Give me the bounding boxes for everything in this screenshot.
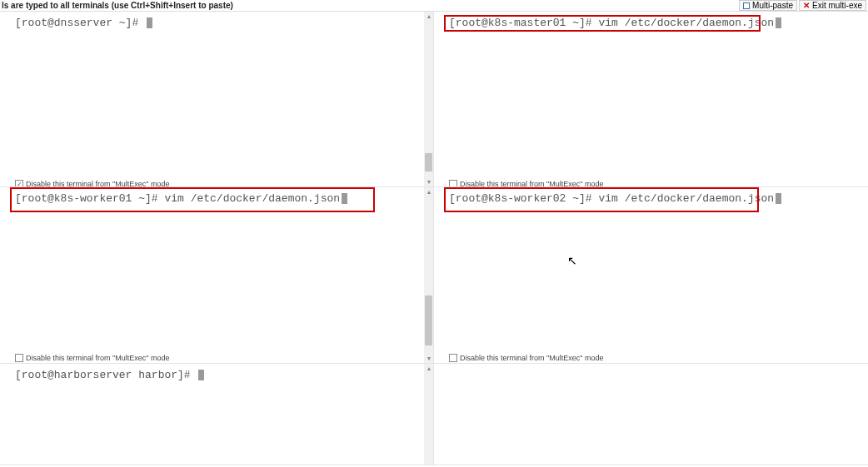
- exit-multi-exec-button[interactable]: ✕ Exit multi-exe: [799, 0, 866, 11]
- prompt-text: [root@harborserver harbor]#: [15, 369, 197, 381]
- disable-terminal-checkbox-row[interactable]: ✓ Disable this terminal from "MultExec" …: [15, 180, 169, 187]
- highlight-box: [444, 187, 759, 212]
- top-info-bar: ls are typed to all terminals (use Ctrl+…: [0, 0, 868, 12]
- scroll-up-icon[interactable]: ▴: [424, 12, 433, 21]
- multi-paste-button[interactable]: Multi-paste: [739, 0, 797, 11]
- terminal-pane-empty: [434, 364, 868, 465]
- disable-label: Disable this terminal from "MultExec" mo…: [26, 180, 169, 187]
- disable-label: Disable this terminal from "MultExec" mo…: [460, 180, 603, 187]
- scroll-up-icon[interactable]: ▴: [424, 364, 433, 373]
- prompt-text: [root@dnsserver ~]#: [15, 17, 145, 29]
- highlight-box: [10, 187, 375, 212]
- terminal-pane-k8s-worker01[interactable]: [root@k8s-worker01 ~]# vim /etc/docker/d…: [0, 187, 434, 364]
- exit-label: Exit multi-exe: [812, 1, 862, 10]
- scroll-down-icon[interactable]: ▾: [424, 354, 433, 363]
- disable-terminal-checkbox-row[interactable]: Disable this terminal from "MultExec" mo…: [449, 180, 603, 187]
- terminal-grid: [root@dnsserver ~]# ✓ Disable this termi…: [0, 12, 868, 467]
- terminal-cursor: [147, 17, 152, 28]
- terminal-pane-harborserver[interactable]: [root@harborserver harbor]# ▴: [0, 364, 434, 465]
- scroll-down-icon[interactable]: ▾: [424, 177, 433, 186]
- top-bar-buttons: Multi-paste ✕ Exit multi-exe: [739, 0, 868, 11]
- checkbox-icon[interactable]: [15, 354, 23, 362]
- checkbox-icon[interactable]: [449, 180, 457, 187]
- scrollbar[interactable]: ▴: [424, 364, 433, 465]
- terminal-pane-k8s-master01[interactable]: [root@k8s-master01 ~]# vim /etc/docker/d…: [434, 12, 868, 187]
- top-bar-info-text: ls are typed to all terminals (use Ctrl+…: [0, 1, 739, 10]
- terminal-prompt-line[interactable]: [root@dnsserver ~]#: [0, 12, 433, 29]
- terminal-pane-k8s-worker02[interactable]: [root@k8s-worker02 ~]# vim /etc/docker/d…: [434, 187, 868, 364]
- scrollbar[interactable]: ▴ ▾: [424, 12, 433, 186]
- terminal-cursor: [198, 370, 204, 380]
- scrollbar[interactable]: ▴ ▾: [424, 187, 433, 363]
- disable-terminal-checkbox-row[interactable]: Disable this terminal from "MultExec" mo…: [449, 354, 603, 362]
- checkbox-icon[interactable]: ✓: [15, 180, 23, 187]
- disable-label: Disable this terminal from "MultExec" mo…: [26, 354, 169, 362]
- mouse-cursor-icon: ↖: [567, 254, 577, 267]
- terminal-prompt-line[interactable]: [root@harborserver harbor]#: [0, 364, 433, 381]
- scroll-up-icon[interactable]: ▴: [424, 187, 433, 196]
- highlight-box: [444, 15, 761, 32]
- checkbox-icon[interactable]: [449, 354, 457, 362]
- terminal-cursor: [776, 193, 781, 204]
- close-icon: ✕: [803, 2, 810, 9]
- terminal-cursor: [776, 17, 781, 28]
- disable-terminal-checkbox-row[interactable]: Disable this terminal from "MultExec" mo…: [15, 354, 169, 362]
- multi-paste-label: Multi-paste: [752, 1, 793, 10]
- scroll-thumb[interactable]: [425, 296, 432, 345]
- scroll-thumb[interactable]: [425, 153, 432, 171]
- disable-label: Disable this terminal from "MultExec" mo…: [460, 354, 603, 362]
- page-icon: [743, 2, 750, 9]
- terminal-pane-dnsserver[interactable]: [root@dnsserver ~]# ✓ Disable this termi…: [0, 12, 434, 187]
